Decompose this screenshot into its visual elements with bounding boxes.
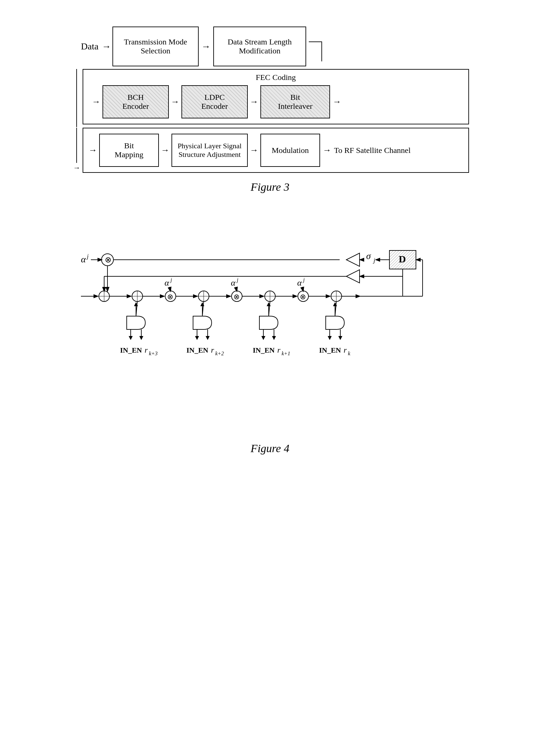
svg-text:IN_EN: IN_EN (319, 346, 341, 354)
bit-interleaver-box: BitInterleaver (260, 85, 330, 118)
bit-mapping-label: BitMapping (115, 141, 144, 159)
svg-text:r: r (277, 346, 281, 354)
transmission-box: Transmission Mode Selection (112, 27, 199, 66)
modulation-box: Modulation (260, 134, 320, 167)
figure3-container: Data → Transmission Mode Selection → Dat… (71, 27, 469, 213)
svg-text:⊗: ⊗ (233, 293, 239, 301)
bch-box: BCHEncoder (102, 85, 169, 118)
svg-text:r: r (211, 346, 214, 354)
data-label: Data (81, 41, 98, 52)
fig3-bottom-outer: → BitMapping → Physical Layer Signal Str… (82, 128, 469, 173)
svg-text:⊗: ⊗ (300, 293, 306, 301)
figure4-container: α j ⊗ σ j D (71, 227, 469, 455)
svg-text:α: α (165, 278, 170, 288)
svg-text:⊗: ⊗ (167, 293, 173, 301)
svg-text:IN_EN: IN_EN (120, 346, 142, 354)
svg-text:j: j (303, 277, 305, 283)
svg-text:k+3: k+3 (149, 351, 158, 356)
svg-text:α: α (297, 278, 302, 288)
svg-text:k+2: k+2 (215, 351, 224, 356)
fec-label: FEC Coding (88, 73, 463, 82)
svg-text:j: j (236, 277, 238, 283)
figure3-caption: Figure 3 (71, 181, 469, 193)
svg-text:⊗: ⊗ (105, 255, 111, 264)
svg-marker-16 (346, 270, 359, 283)
svg-text:D: D (399, 253, 406, 264)
bit-interleaver-label: BitInterleaver (278, 93, 313, 111)
physical-box: Physical Layer Signal Structure Adjustme… (172, 134, 248, 167)
bit-mapping-box: BitMapping (99, 134, 159, 167)
svg-marker-6 (346, 253, 359, 266)
fig3-bottom-row: → BitMapping → Physical Layer Signal Str… (88, 134, 463, 167)
svg-text:IN_EN: IN_EN (253, 346, 275, 354)
datastream-label: Data Stream Length Modification (217, 38, 302, 56)
modulation-label: Modulation (272, 146, 309, 155)
svg-text:k+1: k+1 (282, 351, 290, 356)
physical-label: Physical Layer Signal Structure Adjustme… (172, 142, 247, 159)
bch-label: BCHEncoder (122, 93, 149, 111)
fig3-top-row: Data → Transmission Mode Selection → Dat… (71, 27, 469, 66)
ldpc-label: LDPCEncoder (202, 93, 228, 111)
svg-text:j: j (373, 257, 375, 264)
fec-outer: FEC Coding → BCHEncoder → LDPCEncoder → … (82, 69, 469, 124)
svg-text:IN_EN: IN_EN (187, 346, 208, 354)
figure4-caption: Figure 4 (71, 442, 469, 455)
svg-text:j: j (86, 253, 88, 260)
svg-text:k: k (348, 351, 350, 356)
svg-line-31 (170, 287, 171, 291)
svg-text:α: α (81, 254, 86, 264)
ldpc-box: LDPCEncoder (182, 85, 248, 118)
datastream-box: Data Stream Length Modification (213, 27, 306, 66)
svg-line-61 (416, 260, 423, 269)
svg-text:r: r (145, 346, 148, 354)
svg-text:r: r (343, 346, 347, 354)
page: Data → Transmission Mode Selection → Dat… (20, 13, 520, 455)
svg-text:α: α (231, 278, 236, 288)
fec-inner: → BCHEncoder → LDPCEncoder → BitInterlea… (88, 85, 463, 118)
rf-label: To RF Satellite Channel (334, 146, 411, 155)
svg-text:j: j (170, 277, 172, 283)
svg-line-41 (236, 287, 237, 291)
svg-text:σ: σ (366, 251, 371, 261)
transmission-label: Transmission Mode Selection (116, 38, 195, 56)
figure4-svg: α j ⊗ σ j D (71, 227, 469, 432)
svg-line-51 (302, 287, 303, 291)
